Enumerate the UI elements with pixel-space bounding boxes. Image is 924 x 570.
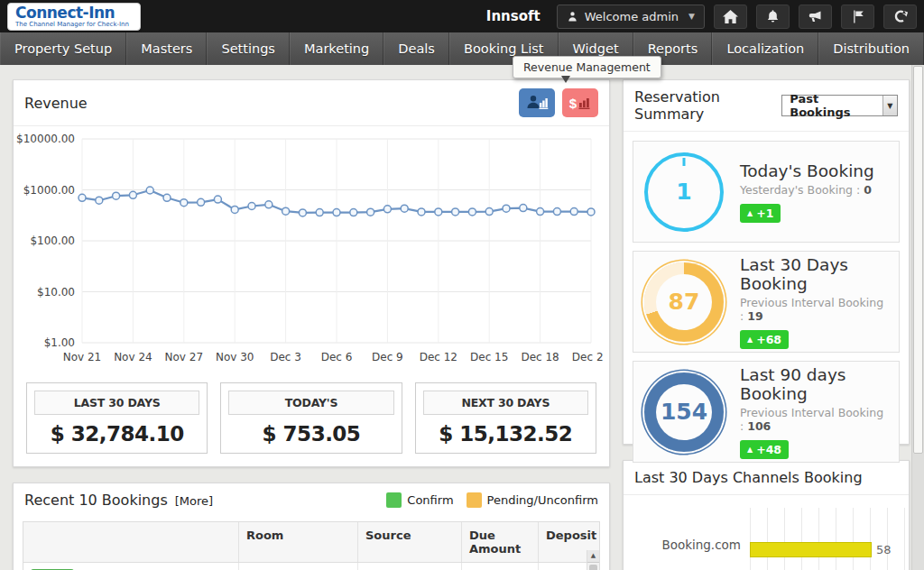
revenue-chart-toggle-buttons: $	[519, 88, 598, 117]
reservation-card-today-s-booking: 1Today's BookingYesterday's Booking : 0▲…	[633, 141, 900, 243]
table-scrollbar-thumb[interactable]	[589, 565, 597, 570]
channels-bar-chart: Booking.com58	[624, 495, 909, 570]
svg-text:Dec 12: Dec 12	[420, 351, 457, 363]
stat-label: NEXT 30 DAYS	[423, 391, 588, 415]
legend-swatch	[386, 492, 402, 508]
donut-ring: 1	[644, 152, 724, 232]
revenue-chart-button[interactable]: $	[562, 88, 598, 117]
arrow-up-icon: ▲	[747, 446, 753, 454]
svg-text:Dec 3: Dec 3	[270, 351, 301, 363]
home-button[interactable]	[714, 5, 747, 29]
logout-button[interactable]	[883, 5, 917, 29]
page-scrollbar[interactable]	[911, 65, 924, 570]
occupancy-chart-button[interactable]	[519, 88, 555, 117]
logout-icon	[893, 9, 908, 23]
nav-tooltip: Revenue Management	[513, 56, 661, 78]
column-header-guest	[23, 522, 238, 562]
donut-ring: 87	[644, 262, 724, 342]
chevron-down-icon: ▼	[882, 96, 897, 115]
source-cell: Expedia QuickConnect®	[357, 563, 461, 570]
column-header-source: Source	[357, 522, 461, 562]
flag-icon	[852, 10, 864, 23]
svg-text:Nov 24: Nov 24	[114, 351, 152, 363]
page-scrollbar-thumb[interactable]	[913, 66, 923, 454]
nav-item-deals[interactable]: Deals	[383, 32, 449, 65]
nav-item-settings[interactable]: Settings	[207, 32, 290, 65]
brand-text: Innsoft	[486, 8, 541, 24]
card-subtitle: Previous Interval Booking : 19	[740, 296, 888, 323]
mouse-cursor	[561, 76, 570, 83]
logo-title: Connect-Inn	[15, 5, 129, 21]
delta-value: +1	[756, 207, 773, 220]
legend-item-confirm: Confirm	[386, 492, 453, 508]
arrow-up-icon: ▲	[747, 336, 753, 344]
svg-text:Dec 18: Dec 18	[521, 351, 559, 363]
nav-item-distribution[interactable]: Distribution	[818, 32, 924, 65]
delta-badge: ▲+48	[740, 440, 789, 459]
home-icon	[723, 10, 738, 23]
room-cell: QQNS	[238, 563, 357, 570]
revenue-stats-row: LAST 30 DAYS$ 32,784.10TODAY'S$ 753.05NE…	[14, 377, 609, 466]
svg-text:$1000.00: $1000.00	[23, 184, 75, 197]
stat-value: $ 32,784.10	[34, 415, 199, 449]
legend-swatch	[467, 492, 482, 508]
channels-plot-area: 58	[750, 508, 905, 570]
chevron-down-icon: ▼	[688, 12, 695, 21]
nav-item-marketing[interactable]: Marketing	[290, 32, 383, 65]
user-menu-label: Welcome admin	[585, 10, 679, 23]
delta-value: +48	[756, 443, 781, 456]
svg-text:$10000.00: $10000.00	[16, 133, 75, 145]
card-title: Last 30 Days Booking	[740, 255, 888, 293]
recent-bookings-title: Recent 10 Bookings	[24, 492, 168, 509]
nav-item-property-setup[interactable]: Property Setup	[0, 32, 126, 65]
person-icon	[567, 11, 578, 23]
top-header: Connect-Inn The Channel Manager for Chec…	[0, 0, 924, 32]
logo-tagline: The Channel Manager for Check-Inn	[15, 21, 129, 28]
channel-bar	[750, 542, 872, 557]
svg-text:Nov 30: Nov 30	[216, 351, 254, 363]
table-row[interactable]: 208Jane Doe[ Arr | Dept ] [ 11/21 / 11/2…	[23, 563, 599, 570]
stat-value: $ 753.05	[228, 415, 393, 449]
reservation-cards: 1Today's BookingYesterday's Booking : 0▲…	[624, 132, 909, 472]
table-scrollbar[interactable]: ▲	[587, 550, 599, 570]
notifications-button[interactable]	[756, 5, 790, 29]
stat-box-last-30-days: LAST 30 DAYS$ 32,784.10	[26, 382, 208, 454]
flags-button[interactable]	[841, 5, 874, 29]
donut-ring: 154	[644, 372, 724, 452]
table-header-row: RoomSourceDue AmountDeposit	[23, 522, 599, 563]
bell-icon	[766, 9, 780, 23]
channels-panel: Last 30 Days Channels Booking Booking.co…	[623, 460, 910, 570]
bookings-filter-value: Past Bookings	[782, 92, 882, 119]
reservation-summary-panel: Reservation Summary Past Bookings ▼ 1Tod…	[623, 79, 910, 445]
stat-value: $ 15,132.52	[423, 415, 588, 449]
arrow-up-icon: ▲	[747, 209, 753, 217]
user-menu-dropdown[interactable]: Welcome admin ▼	[557, 5, 705, 29]
svg-text:Dec 21: Dec 21	[572, 351, 604, 363]
column-header-room: Room	[238, 522, 357, 562]
legend-label: Confirm	[407, 493, 453, 507]
reservation-card-last-30-days-booking: 87Last 30 Days BookingPrevious Interval …	[633, 251, 900, 353]
more-link[interactable]: [More]	[175, 494, 213, 508]
person-bars-icon	[525, 93, 549, 114]
reservation-summary-title: Reservation Summary	[634, 88, 781, 123]
column-header-due-amount: Due Amount	[461, 522, 538, 562]
legend-item-pending-unconfirm: Pending/Unconfirm	[467, 492, 598, 508]
delta-value: +68	[756, 333, 781, 346]
bookings-filter-select[interactable]: Past Bookings ▼	[781, 95, 898, 116]
delta-badge: ▲+1	[740, 204, 781, 223]
app-logo[interactable]: Connect-Inn The Channel Manager for Chec…	[7, 3, 141, 31]
revenue-line-chart: $10000.00$1000.00$100.00$10.00$1.00Nov 2…	[14, 126, 604, 373]
delta-badge: ▲+68	[740, 330, 789, 349]
card-value: 87	[669, 289, 700, 315]
legend-label: Pending/Unconfirm	[487, 493, 598, 507]
due-amount-cell: 205.18	[461, 563, 538, 570]
svg-text:$10.00: $10.00	[37, 286, 75, 299]
svg-text:$100.00: $100.00	[30, 234, 75, 247]
stat-box-today-s: TODAY'S$ 753.05	[220, 382, 402, 454]
nav-item-localization[interactable]: Localization	[712, 32, 818, 65]
announcements-button[interactable]	[799, 5, 832, 29]
nav-item-masters[interactable]: Masters	[126, 32, 207, 65]
bars-icon	[578, 93, 591, 114]
scroll-up-arrow-icon[interactable]: ▲	[587, 550, 599, 563]
card-subtitle: Yesterday's Booking : 0	[740, 183, 874, 197]
